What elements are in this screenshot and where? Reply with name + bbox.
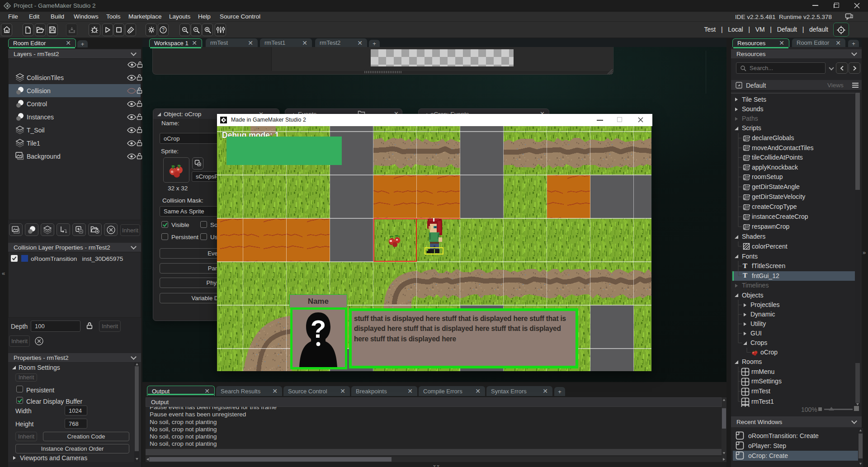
svg-text:?: ? (311, 315, 326, 343)
svg-text:?: ? (162, 28, 165, 33)
